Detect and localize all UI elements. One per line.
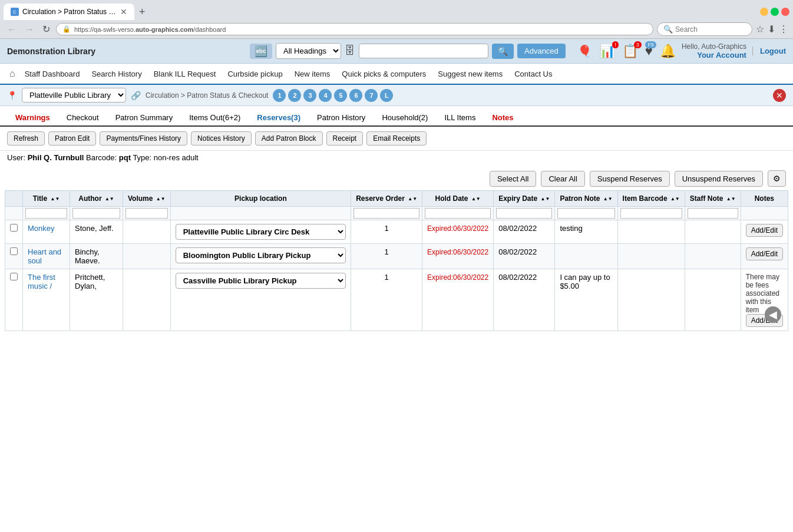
th-volume[interactable]: Volume ▲▼ bbox=[123, 191, 171, 207]
row3-title-link[interactable]: The first music / bbox=[28, 273, 55, 290]
main-search-input[interactable] bbox=[359, 44, 488, 58]
home-icon[interactable]: ⌂ bbox=[7, 66, 18, 81]
nav-quick-picks[interactable]: Quick picks & computers bbox=[337, 67, 431, 81]
library-select[interactable]: Platteville Public Library bbox=[22, 88, 126, 103]
filter-patron-note-input[interactable] bbox=[557, 208, 614, 219]
nav-curbside-pickup[interactable]: Curbside pickup bbox=[223, 67, 287, 81]
new-tab-button[interactable]: + bbox=[134, 6, 150, 18]
step-6[interactable]: 6 bbox=[349, 89, 362, 102]
nav-forward-button[interactable]: → bbox=[22, 23, 37, 36]
heart-icon[interactable]: ♥ F9 bbox=[645, 44, 653, 59]
th-reserve-order[interactable]: Reserve Order ▲▼ bbox=[351, 191, 422, 207]
browser-tab[interactable]: C Circulation > Patron Status & C... ✕ bbox=[4, 4, 134, 20]
unsuspend-reserves-button[interactable]: Unsuspend Reserves bbox=[675, 171, 763, 187]
catalog-icon[interactable]: 📊 ! bbox=[599, 44, 615, 59]
address-bar[interactable]: 🔒 https://qa-swls-verso.auto-graphics.co… bbox=[56, 23, 653, 35]
row2-add-edit-button[interactable]: Add/Edit bbox=[746, 247, 783, 260]
th-title[interactable]: Title ▲▼ bbox=[23, 191, 70, 207]
th-patron-note[interactable]: Patron Note ▲▼ bbox=[555, 191, 617, 207]
window-minimize-button[interactable] bbox=[760, 8, 768, 16]
filter-barcode-input[interactable] bbox=[620, 208, 682, 219]
clear-all-button[interactable]: Clear All bbox=[541, 171, 584, 187]
browser-search-input[interactable] bbox=[675, 25, 746, 34]
logout-button[interactable]: Logout bbox=[752, 47, 786, 55]
row2-checkbox[interactable] bbox=[10, 247, 18, 255]
notices-history-button[interactable]: Notices History bbox=[191, 131, 252, 146]
step-l[interactable]: L bbox=[380, 89, 393, 102]
nav-new-items[interactable]: New items bbox=[290, 67, 335, 81]
row1-add-edit-button[interactable]: Add/Edit bbox=[746, 224, 783, 237]
back-arrow-button[interactable]: ◀ bbox=[765, 306, 781, 323]
row1-hold-date-link[interactable]: Expired:06/30/2022 bbox=[427, 224, 488, 233]
filter-author-input[interactable] bbox=[72, 208, 120, 219]
tab-reserves[interactable]: Reserves(3) bbox=[249, 110, 309, 125]
email-receipts-button[interactable]: Email Receipts bbox=[366, 131, 427, 146]
nav-suggest-new-items[interactable]: Suggest new items bbox=[433, 67, 507, 81]
row1-pickup-select[interactable]: Platteville Public Library Circ Desk Blo… bbox=[176, 224, 346, 240]
step-3[interactable]: 3 bbox=[303, 89, 316, 102]
tab-patron-summary[interactable]: Patron Summary bbox=[107, 110, 181, 125]
tab-warnings[interactable]: Warnings bbox=[7, 110, 58, 125]
tab-household[interactable]: Household(2) bbox=[374, 110, 436, 125]
row1-title-link[interactable]: Monkey bbox=[28, 224, 55, 233]
row3-pickup-select[interactable]: Platteville Public Library Circ Desk Blo… bbox=[176, 273, 346, 289]
menu-icon[interactable]: ⋮ bbox=[779, 24, 788, 35]
payments-fines-history-button[interactable]: Payments/Fines History bbox=[100, 131, 187, 146]
search-button[interactable]: 🔍 bbox=[492, 44, 514, 59]
patron-edit-button[interactable]: Patron Edit bbox=[48, 131, 96, 146]
nav-contact-us[interactable]: Contact Us bbox=[510, 67, 557, 81]
nav-back-button[interactable]: ← bbox=[5, 23, 19, 36]
filter-hold-input[interactable] bbox=[425, 208, 491, 219]
row2-title-link[interactable]: Heart and soul bbox=[28, 247, 61, 265]
window-maximize-button[interactable] bbox=[771, 8, 779, 16]
filter-title-input[interactable] bbox=[25, 208, 67, 219]
tab-ill-items[interactable]: ILL Items bbox=[436, 110, 484, 125]
refresh-button[interactable]: Refresh bbox=[7, 131, 45, 146]
filter-expiry-input[interactable] bbox=[496, 208, 552, 219]
advanced-search-button[interactable]: Advanced bbox=[517, 44, 566, 58]
th-hold-date[interactable]: Hold Date ▲▼ bbox=[422, 191, 494, 207]
step-2[interactable]: 2 bbox=[288, 89, 301, 102]
add-patron-block-button[interactable]: Add Patron Block bbox=[255, 131, 323, 146]
browser-search-box[interactable]: 🔍 bbox=[657, 22, 752, 36]
tab-close-icon[interactable]: ✕ bbox=[120, 7, 127, 16]
bell-icon[interactable]: 🔔 bbox=[660, 44, 676, 59]
row2-hold-date-link[interactable]: Expired:06/30/2022 bbox=[427, 248, 488, 256]
step-5[interactable]: 5 bbox=[334, 89, 347, 102]
nav-reload-button[interactable]: ↻ bbox=[40, 22, 52, 36]
step-4[interactable]: 4 bbox=[319, 89, 332, 102]
download-icon[interactable]: ⬇ bbox=[768, 24, 775, 35]
step-1[interactable]: 1 bbox=[273, 89, 286, 102]
window-close-button[interactable] bbox=[781, 8, 789, 16]
database-icon[interactable]: 🗄 bbox=[345, 45, 355, 57]
tab-patron-history[interactable]: Patron History bbox=[309, 110, 374, 125]
nav-blank-ill-request[interactable]: Blank ILL Request bbox=[149, 67, 221, 81]
th-staff-note[interactable]: Staff Note ▲▼ bbox=[685, 191, 741, 207]
bookmark-icon[interactable]: ☆ bbox=[756, 24, 764, 35]
nav-staff-dashboard[interactable]: Staff Dashboard bbox=[20, 67, 85, 81]
th-author[interactable]: Author ▲▼ bbox=[70, 191, 123, 207]
balloon-icon[interactable]: 🎈 bbox=[577, 44, 592, 58]
row3-hold-date-link[interactable]: Expired:06/30/2022 bbox=[427, 273, 488, 282]
filter-staff-note-input[interactable] bbox=[688, 208, 738, 219]
nav-search-history[interactable]: Search History bbox=[87, 67, 146, 81]
heading-select[interactable]: All Headings Title Author Subject bbox=[276, 43, 341, 59]
th-item-barcode[interactable]: Item Barcode ▲▼ bbox=[617, 191, 685, 207]
row2-pickup-select[interactable]: Platteville Public Library Circ Desk Blo… bbox=[176, 247, 346, 263]
row1-checkbox[interactable] bbox=[10, 224, 18, 232]
receipt-button[interactable]: Receipt bbox=[326, 131, 364, 146]
select-all-button[interactable]: Select All bbox=[490, 171, 536, 187]
filter-reserve-input[interactable] bbox=[353, 208, 419, 219]
filter-volume-input[interactable] bbox=[125, 208, 168, 219]
list-icon[interactable]: 📋 3 bbox=[622, 44, 638, 59]
close-patron-button[interactable]: ✕ bbox=[773, 89, 786, 102]
tab-checkout[interactable]: Checkout bbox=[58, 110, 107, 125]
step-7[interactable]: 7 bbox=[365, 89, 378, 102]
tab-notes[interactable]: Notes bbox=[484, 110, 521, 125]
account-link[interactable]: Your Account bbox=[697, 51, 746, 60]
row3-checkbox[interactable] bbox=[10, 273, 18, 280]
gear-button[interactable]: ⚙ bbox=[768, 170, 786, 187]
tab-items-out[interactable]: Items Out(6+2) bbox=[181, 110, 249, 125]
suspend-reserves-button[interactable]: Suspend Reserves bbox=[590, 171, 670, 187]
th-expiry-date[interactable]: Expiry Date ▲▼ bbox=[494, 191, 555, 207]
